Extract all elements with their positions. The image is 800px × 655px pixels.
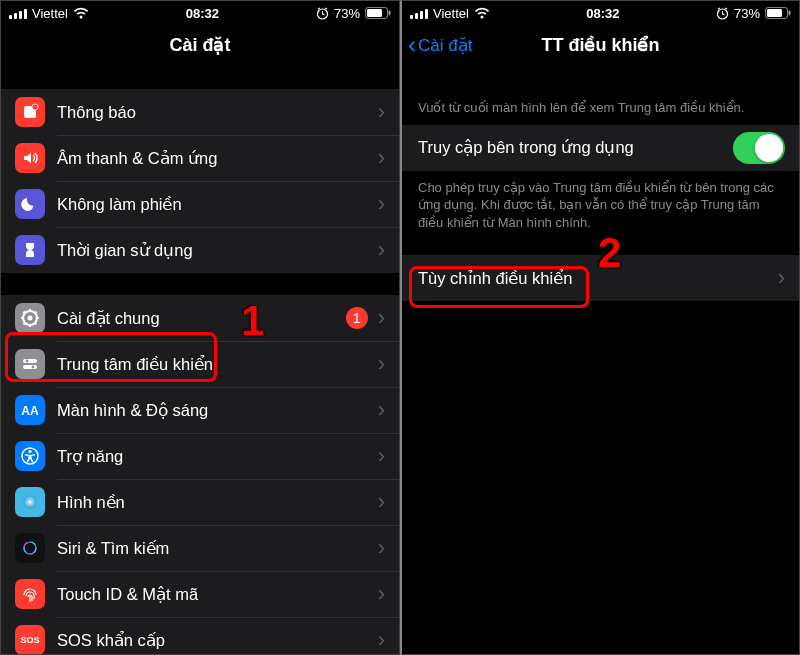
row-label: Truy cập bên trong ứng dụng <box>418 138 733 157</box>
toggle-switch[interactable] <box>733 132 785 164</box>
nav-header: Cài đặt <box>1 23 399 67</box>
header-description: Vuốt từ cuối màn hình lên để xem Trung t… <box>402 91 799 125</box>
status-bar: Viettel 08:32 73% <box>402 1 799 23</box>
signal-icon <box>9 8 27 19</box>
nav-header: ‹ Cài đặt TT điều khiển <box>402 23 799 67</box>
sounds-icon <box>15 143 45 173</box>
svg-rect-37 <box>415 13 418 19</box>
sos-icon: SOS <box>15 625 45 655</box>
row-label: Thời gian sử dụng <box>57 241 378 260</box>
svg-rect-38 <box>420 11 423 19</box>
row-wallpaper[interactable]: Hình nền › <box>1 479 399 525</box>
row-controlcenter[interactable]: Trung tâm điều khiển › <box>1 341 399 387</box>
row-general[interactable]: Cài đặt chung 1 › <box>1 295 399 341</box>
chevron-right-icon: › <box>378 99 385 125</box>
row-display[interactable]: AA Màn hình & Độ sáng › <box>1 387 399 433</box>
svg-text:AA: AA <box>21 404 39 418</box>
row-label: Touch ID & Mật mã <box>57 585 378 604</box>
svg-line-18 <box>24 323 26 325</box>
carrier-label: Viettel <box>433 6 469 21</box>
svg-rect-1 <box>14 13 17 19</box>
row-label: Màn hình & Độ sáng <box>57 401 378 420</box>
svg-line-19 <box>35 312 37 314</box>
chevron-right-icon: › <box>378 443 385 469</box>
screentime-icon <box>15 235 45 265</box>
svg-line-17 <box>35 323 37 325</box>
chevron-right-icon: › <box>378 397 385 423</box>
svg-rect-6 <box>367 9 382 17</box>
svg-text:SOS: SOS <box>20 635 39 645</box>
row-customize[interactable]: Tùy chỉnh điều khiển › <box>402 255 799 301</box>
page-title: TT điều khiển <box>542 34 660 56</box>
row-touchid[interactable]: Touch ID & Mật mã › <box>1 571 399 617</box>
group-customize: Tùy chỉnh điều khiển › <box>402 255 799 301</box>
accessibility-icon <box>15 441 45 471</box>
row-label: Thông báo <box>57 103 378 122</box>
row-siri[interactable]: Siri & Tìm kiếm › <box>1 525 399 571</box>
chevron-left-icon: ‹ <box>408 33 416 57</box>
svg-point-11 <box>28 316 33 321</box>
row-label: Âm thanh & Cảm ứng <box>57 149 378 168</box>
battery-icon <box>765 7 791 19</box>
status-bar: Viettel 08:32 73% <box>1 1 399 23</box>
settings-group-1: Thông báo › Âm thanh & Cảm ứng › Không l… <box>1 89 399 273</box>
signal-icon <box>410 8 428 19</box>
battery-icon <box>365 7 391 19</box>
screen-settings-main: Viettel 08:32 73% Cài đặt Thông báo › <box>0 0 400 655</box>
svg-point-9 <box>32 104 38 110</box>
svg-rect-3 <box>24 9 27 19</box>
svg-rect-43 <box>789 11 791 16</box>
dnd-icon <box>15 189 45 219</box>
row-label: Trợ năng <box>57 447 378 466</box>
display-icon: AA <box>15 395 45 425</box>
controlcenter-icon <box>15 349 45 379</box>
chevron-right-icon: › <box>378 237 385 263</box>
clock-label: 08:32 <box>186 6 219 21</box>
alarm-icon <box>316 7 329 20</box>
svg-point-23 <box>32 366 35 369</box>
gear-icon <box>15 303 45 333</box>
row-label: Tùy chỉnh điều khiển <box>418 269 778 288</box>
chevron-right-icon: › <box>378 489 385 515</box>
row-sos[interactable]: SOS SOS khẩn cấp › <box>1 617 399 655</box>
group-access: Truy cập bên trong ứng dụng <box>402 125 799 171</box>
row-label: Cài đặt chung <box>57 309 346 328</box>
chevron-right-icon: › <box>378 627 385 653</box>
notifications-icon <box>15 97 45 127</box>
chevron-right-icon: › <box>378 145 385 171</box>
row-access-toggle[interactable]: Truy cập bên trong ứng dụng <box>402 125 799 171</box>
chevron-right-icon: › <box>378 535 385 561</box>
update-badge: 1 <box>346 307 368 329</box>
svg-point-21 <box>26 360 29 363</box>
wifi-icon <box>73 7 89 19</box>
alarm-icon <box>716 7 729 20</box>
page-title: Cài đặt <box>169 34 230 56</box>
back-button[interactable]: ‹ Cài đặt <box>408 33 472 57</box>
chevron-right-icon: › <box>378 305 385 331</box>
row-notifications[interactable]: Thông báo › <box>1 89 399 135</box>
siri-icon <box>15 533 45 563</box>
row-label: Siri & Tìm kiếm <box>57 539 378 558</box>
clock-label: 08:32 <box>586 6 619 21</box>
row-label: SOS khẩn cấp <box>57 631 378 650</box>
chevron-right-icon: › <box>378 191 385 217</box>
svg-point-26 <box>28 450 31 453</box>
svg-rect-36 <box>410 15 413 19</box>
svg-rect-22 <box>23 365 37 369</box>
wifi-icon <box>474 7 490 19</box>
settings-group-2: Cài đặt chung 1 › Trung tâm điều khiển ›… <box>1 295 399 655</box>
chevron-right-icon: › <box>778 265 785 291</box>
row-accessibility[interactable]: Trợ năng › <box>1 433 399 479</box>
row-label: Trung tâm điều khiển <box>57 355 378 374</box>
toggle-description: Cho phép truy cập vào Trung tâm điều khi… <box>402 171 799 240</box>
wallpaper-icon <box>15 487 45 517</box>
svg-line-16 <box>24 312 26 314</box>
battery-pct: 73% <box>734 6 760 21</box>
row-screentime[interactable]: Thời gian sử dụng › <box>1 227 399 273</box>
svg-rect-20 <box>23 359 37 363</box>
screen-control-center: Viettel 08:32 73% ‹ Cài đặt TT điều khiể… <box>400 0 800 655</box>
chevron-right-icon: › <box>378 581 385 607</box>
chevron-right-icon: › <box>378 351 385 377</box>
row-dnd[interactable]: Không làm phiền › <box>1 181 399 227</box>
row-sounds[interactable]: Âm thanh & Cảm ứng › <box>1 135 399 181</box>
